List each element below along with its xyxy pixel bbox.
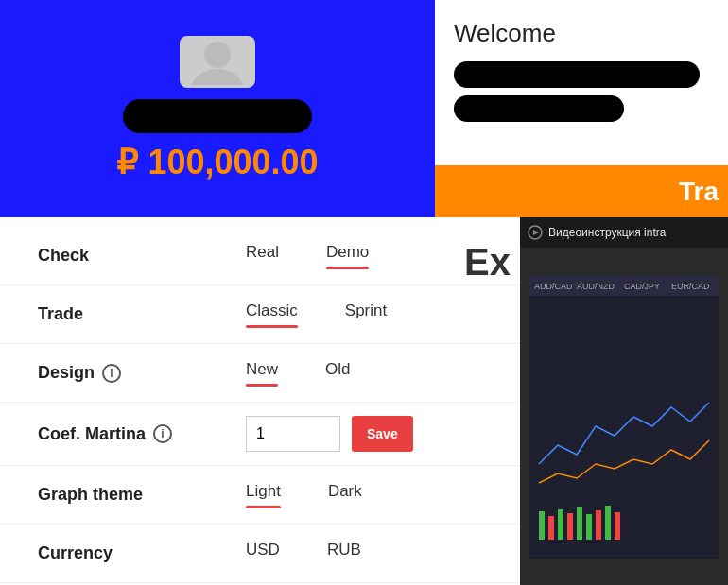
svg-rect-14 [577, 507, 582, 540]
check-label: Check [38, 246, 246, 266]
design-new-underline [246, 384, 278, 387]
top-section: ₽ 100,000.00 Welcome Tra [0, 0, 728, 217]
svg-point-1 [191, 69, 244, 85]
graph-theme-dark-underline [328, 506, 362, 508]
video-icon [528, 225, 543, 240]
svg-text:AUD/CAD: AUD/CAD [534, 282, 573, 291]
check-demo-option[interactable]: Demo [326, 243, 369, 269]
currency-label: Currency [38, 543, 246, 563]
svg-text:EUR/CAD: EUR/CAD [671, 282, 710, 291]
trade-classic-option[interactable]: Classic [246, 301, 298, 328]
graph-theme-light-underline [246, 506, 281, 508]
svg-marker-3 [533, 230, 539, 235]
orange-banner: Tra [435, 165, 728, 217]
video-title: Видеоинструкция intra [548, 226, 666, 239]
name-bar [123, 99, 312, 133]
design-options: New Old [246, 360, 350, 387]
coef-martina-info-icon[interactable]: i [153, 424, 172, 443]
svg-rect-18 [615, 512, 620, 540]
graph-theme-light-option[interactable]: Light [246, 482, 281, 508]
trade-sprint-option[interactable]: Sprint [345, 301, 387, 328]
graph-theme-options: Light Dark [246, 482, 362, 508]
currency-usd-underline [246, 564, 280, 567]
coef-martina-input[interactable] [246, 416, 340, 452]
check-demo-underline [326, 267, 369, 269]
check-real-underline [246, 267, 279, 269]
design-info-icon[interactable]: i [102, 364, 121, 383]
currency-usd-option[interactable]: USD [246, 541, 280, 567]
video-body: AUD/CAD AUD/NZD CAD/JPY EUR/CAD [520, 248, 728, 585]
currency-options: USD RUB [246, 541, 361, 567]
design-new-option[interactable]: New [246, 360, 278, 387]
svg-point-0 [204, 42, 231, 68]
svg-rect-10 [539, 511, 545, 540]
svg-text:AUD/NZD: AUD/NZD [577, 282, 615, 291]
svg-rect-12 [558, 509, 563, 540]
graph-theme-dark-option[interactable]: Dark [328, 482, 362, 508]
welcome-text: Welcome [454, 19, 709, 48]
coef-martina-label: Coef. Martina i [38, 424, 246, 444]
svg-rect-11 [548, 516, 554, 540]
avatar-svg [184, 38, 251, 85]
graph-theme-label: Graph theme [38, 485, 246, 505]
balance-display: ₽ 100,000.00 [116, 143, 318, 182]
svg-rect-17 [605, 506, 611, 540]
orange-banner-text: Tra [679, 177, 719, 207]
svg-text:CAD/JPY: CAD/JPY [624, 282, 660, 291]
trade-classic-underline [246, 325, 298, 328]
check-options: Real Demo [246, 243, 369, 269]
svg-rect-13 [567, 513, 573, 540]
trade-sprint-underline [345, 325, 387, 328]
coef-martina-options: Save [246, 416, 413, 452]
svg-rect-15 [586, 514, 592, 540]
currency-rub-underline [327, 564, 361, 567]
top-left-panel: ₽ 100,000.00 [0, 0, 435, 217]
video-header: Видеоинструкция intra [520, 217, 728, 248]
currency-rub-option[interactable]: RUB [327, 541, 361, 567]
redacted-bar-1 [454, 61, 700, 88]
trade-options: Classic Sprint [246, 301, 387, 328]
ex-label: Ex [464, 241, 511, 284]
svg-rect-16 [596, 510, 601, 540]
design-old-underline [325, 384, 350, 387]
check-real-option[interactable]: Real [246, 243, 279, 269]
avatar [180, 36, 255, 88]
design-label: Design i [38, 363, 246, 383]
top-right-panel: Welcome Tra [435, 0, 728, 217]
design-old-option[interactable]: Old [325, 360, 350, 387]
redacted-bar-2 [454, 95, 624, 122]
video-thumbnail: Видеоинструкция intra AUD/CAD AUD/NZD CA… [520, 217, 728, 585]
chart-preview: AUD/CAD AUD/NZD CAD/JPY EUR/CAD [529, 275, 719, 559]
trade-label: Trade [38, 304, 246, 324]
save-button[interactable]: Save [352, 416, 413, 452]
